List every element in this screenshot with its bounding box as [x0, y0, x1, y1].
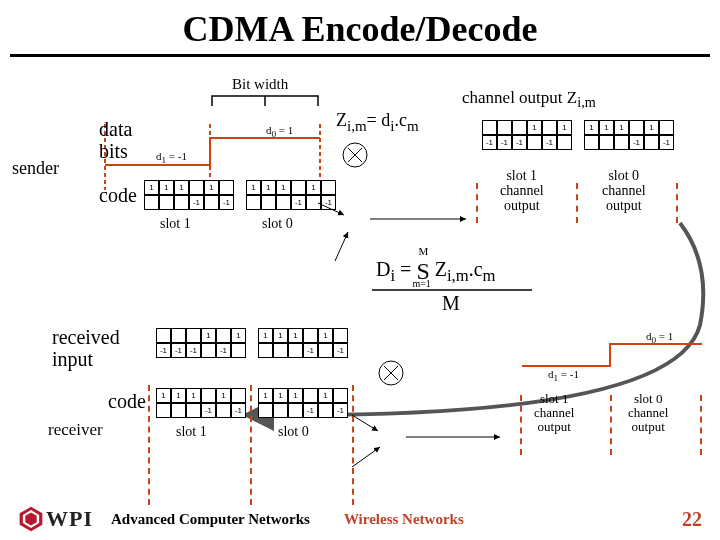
recv-code-slot0-bot: -1-1 [258, 403, 348, 418]
sender-code-slot1-top: 1111 [144, 180, 234, 195]
recv-code-slot1-bot: -1-1 [156, 403, 246, 418]
sender-slot1-label: slot 1 [160, 216, 191, 232]
footer: WPI Advanced Computer Networks Wireless … [0, 506, 720, 532]
recv-slot1-bot: -1-1-1-1 [156, 343, 246, 358]
receiver-label: receiver [48, 420, 103, 440]
chanout-slot1-top: 11 [482, 120, 572, 135]
sender-code-slot0-bot: -1-1 [246, 195, 336, 210]
sender-code-slot0-top: 1111 [246, 180, 336, 195]
code-label-receiver: code [108, 390, 146, 413]
chanout-slot1-bot: -1-1-1-1 [482, 135, 572, 150]
recv-d0-label: d0 = 1 [646, 330, 673, 345]
page-title: CDMA Encode/Decode [0, 0, 720, 54]
sender-slot0-label: slot 0 [262, 216, 293, 232]
recv-slot0-top: 1111 [258, 328, 348, 343]
bit-width-bracket [210, 94, 320, 112]
recv-code-slot0-top: 1111 [258, 388, 348, 403]
recv-d1-label: d1 = -1 [548, 368, 579, 383]
slot0-chanout-label: slot 0 channel output [602, 168, 646, 213]
wpi-text: WPI [46, 506, 93, 532]
d1-label: d1 = -1 [156, 150, 187, 165]
bit-width-label: Bit width [232, 76, 288, 93]
wpi-seal-icon [18, 506, 44, 532]
d0-label: d0 = 1 [266, 124, 293, 139]
svg-line-7 [335, 232, 348, 261]
sender-code-slot1-bot: -1-1 [144, 195, 234, 210]
page-number: 22 [682, 508, 702, 531]
code-label-sender: code [99, 184, 137, 207]
svg-line-13 [352, 415, 378, 431]
title-rule [10, 54, 710, 57]
chanout-slot0-bot: -1-1 [584, 135, 674, 150]
recv-code-slot1-top: 1111 [156, 388, 246, 403]
zim-formula: Zi,m= di.cm [336, 110, 419, 135]
di-formula: Di = M S m=1 Zi,m.cm [376, 258, 496, 286]
multiply-icon [340, 140, 370, 174]
received-input-label: received input [52, 326, 120, 370]
chanout-slot0-top: 1111 [584, 120, 674, 135]
recv-slot1-top: 11 [156, 328, 246, 343]
recv-slot0-bot: -1-1 [258, 343, 348, 358]
recv-slot1-chanout: slot 1 channel output [534, 392, 574, 434]
receiver-multiply-icon [376, 358, 406, 392]
data-bits-label: data bits [99, 118, 132, 162]
sender-label: sender [12, 158, 59, 179]
svg-line-14 [352, 447, 380, 467]
slot1-chanout-label: slot 1 channel output [500, 168, 544, 213]
recv-slot0-chanout: slot 0 channel output [628, 392, 668, 434]
big-m: M [442, 292, 460, 315]
channel-output-label: channel output Zi,m [462, 88, 596, 111]
footer-left: Advanced Computer Networks [111, 511, 310, 528]
wpi-logo: WPI [18, 506, 93, 532]
recv-slot1-label: slot 1 [176, 424, 207, 440]
footer-right: Wireless Networks [344, 511, 464, 528]
recv-slot0-label: slot 0 [278, 424, 309, 440]
